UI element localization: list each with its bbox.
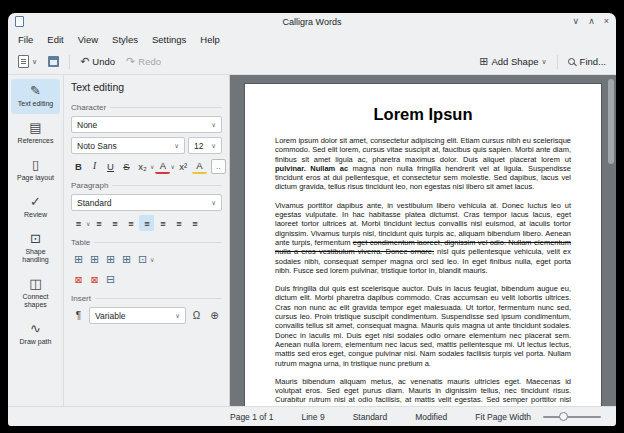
special-character-button[interactable]: Ω (189, 308, 204, 324)
menu-edit[interactable]: Edit (40, 32, 70, 47)
subscript-button[interactable]: x₂ (135, 158, 150, 174)
bold-button[interactable]: B (71, 158, 86, 174)
add-shape-icon: ⊞ (479, 55, 488, 68)
document-title: Lorem Ipsun (275, 104, 571, 124)
delete-row-button[interactable]: ⊠ (71, 271, 86, 287)
chevron-down-icon: ∨ (175, 312, 180, 320)
background-color-button[interactable]: A (192, 158, 207, 174)
paragraph-style-value: Standard (77, 198, 112, 208)
undo-label: Undo (92, 56, 115, 67)
character-more-button[interactable]: .. (211, 159, 226, 174)
new-document-icon (18, 55, 29, 68)
bullet-list-button[interactable]: ≡ (91, 215, 106, 231)
chevron-down-icon[interactable]: ∨ (150, 163, 154, 170)
add-shape-label: Add Shape (491, 56, 538, 67)
chevron-down-icon: ∨ (174, 142, 179, 150)
chevron-down-icon[interactable]: ∨ (86, 220, 90, 227)
vertical-scrollbar[interactable] (608, 77, 614, 404)
sidebar-tab-references[interactable]: ▤References (11, 116, 60, 151)
insert-row-above-button[interactable]: ⊞ (71, 251, 86, 267)
insert-column-left-button[interactable]: ⊞ (103, 251, 118, 267)
scrollbar-handle[interactable] (608, 79, 614, 164)
minimize-icon[interactable]: ∨ (573, 17, 580, 26)
sidebar-tab-connect-shapes[interactable]: ◫Connect shapes (11, 272, 60, 315)
chevron-down-icon: ∨ (541, 58, 546, 66)
zoom-slider-handle[interactable] (559, 412, 568, 421)
chevron-down-icon[interactable]: ∨ (150, 256, 154, 263)
page-count-label: Page 1 of 1 (230, 412, 273, 422)
zoom-mode-button[interactable]: Fit Page Width (475, 412, 531, 422)
align-left-button[interactable]: ≡ (139, 215, 154, 231)
text-editing-icon: ✎ (30, 84, 41, 98)
app-window: Calligra Words ∨ ∧ × File Edit View Styl… (8, 13, 616, 426)
indent-more-button[interactable]: ≡ (123, 215, 138, 231)
sidebar-tab-label: Text editing (18, 100, 53, 108)
align-right-button[interactable]: ≡ (171, 215, 186, 231)
shape-handling-icon: ⊡ (30, 232, 41, 246)
new-document-button[interactable]: ∨ (14, 53, 41, 70)
character-style-select[interactable]: None ∨ (71, 116, 222, 133)
insert-column-right-button[interactable]: ⊞ (119, 251, 134, 267)
insert-frame-button[interactable]: ⊕ (207, 308, 222, 324)
redo-button[interactable]: ↷ Redo (122, 54, 165, 69)
underline-button[interactable]: U (103, 158, 118, 174)
font-size-select[interactable]: 12 ∨ (188, 137, 222, 154)
statusbar: Page 1 of 1 Line 9 Standard Modified Fit… (8, 406, 616, 426)
sidebar-tab-review[interactable]: ✓Review (11, 190, 60, 225)
superscript-button[interactable]: x² (176, 158, 191, 174)
toolbar-separator (69, 55, 70, 69)
chevron-down-icon: ∨ (32, 58, 37, 66)
undo-button[interactable]: ↶ Undo (76, 54, 119, 69)
font-family-value: Noto Sans (77, 141, 117, 151)
menu-help[interactable]: Help (193, 32, 227, 47)
text-color-button[interactable]: A (155, 158, 170, 174)
zoom-slider[interactable] (543, 411, 601, 423)
sidebar-tab-label: Shape handling (13, 248, 58, 264)
line-spacing-button[interactable]: ≡ (71, 215, 86, 231)
close-icon[interactable]: × (604, 17, 609, 26)
strikethrough-button[interactable]: S (119, 158, 134, 174)
sidebar-tab-label: References (18, 137, 54, 145)
redo-label: Redo (138, 56, 161, 67)
add-shape-button[interactable]: ⊞ Add Shape ∨ (475, 53, 550, 70)
sidebar-tab-page-layout[interactable]: ▯Page layout (11, 153, 60, 188)
menu-view[interactable]: View (71, 32, 105, 47)
menu-settings[interactable]: Settings (145, 32, 193, 47)
menu-file[interactable]: File (11, 32, 40, 47)
document-area[interactable]: Lorem Ipsun Lorem ipsum dolor sit amet, … (230, 75, 616, 406)
variable-value: Variable (95, 311, 126, 321)
delete-column-button[interactable]: ⊠ (87, 271, 102, 287)
align-center-button[interactable]: ≡ (155, 215, 170, 231)
chevron-down-icon: ∨ (211, 199, 216, 207)
paragraph-style-select[interactable]: Standard ∨ (71, 194, 222, 211)
merge-cells-button[interactable]: ⊟ (103, 271, 118, 287)
sidebar-tab-shape-handling[interactable]: ⊡Shape handling (11, 227, 60, 270)
panel-title: Text editing (71, 81, 222, 93)
variable-select[interactable]: Variable ∨ (89, 307, 186, 324)
table-border-style-button[interactable]: ⊡ (135, 251, 150, 267)
document-body: Lorem ipsum dolor sit amet, consectetur … (275, 136, 571, 406)
document-page[interactable]: Lorem Ipsun Lorem ipsum dolor sit amet, … (244, 83, 602, 406)
insert-row-below-button[interactable]: ⊞ (87, 251, 102, 267)
font-family-select[interactable]: Noto Sans ∨ (71, 137, 185, 154)
indent-less-button[interactable]: ≡ (107, 215, 122, 231)
find-label: Find... (580, 56, 606, 67)
character-section-label: Character (71, 103, 222, 112)
sidebar-tab-draw-path[interactable]: ∿Draw path (11, 317, 60, 352)
sidebar-tab-text-editing[interactable]: ✎Text editing (11, 79, 60, 114)
menubar: File Edit View Styles Settings Help (8, 30, 616, 49)
sidebar-tab-label: Page layout (17, 174, 54, 182)
maximize-icon[interactable]: ∧ (588, 17, 595, 26)
table-section-label: Table (71, 238, 222, 247)
sidebar-tab-label: Review (24, 211, 47, 219)
redo-icon: ↷ (126, 56, 135, 67)
sidebar-tab-label: Draw path (20, 338, 52, 346)
italic-button[interactable]: I (87, 158, 102, 174)
menu-styles[interactable]: Styles (105, 32, 145, 47)
save-button[interactable] (44, 54, 63, 69)
chevron-down-icon[interactable]: ∨ (170, 163, 174, 170)
find-button[interactable]: Find... (564, 54, 610, 69)
align-justify-button[interactable]: ≡ (187, 215, 202, 231)
page-layout-icon: ▯ (32, 158, 39, 172)
toolbar-separator (557, 55, 558, 69)
